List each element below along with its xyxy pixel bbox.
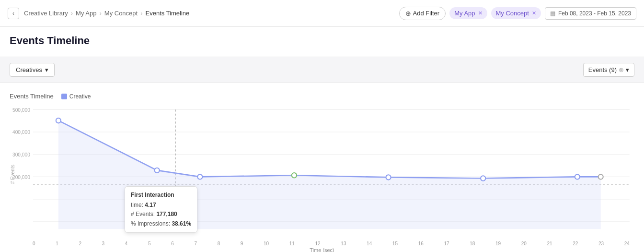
chart-area: Events Timeline Creative 500,000 400,000…: [0, 83, 644, 252]
data-point-6[interactable]: [197, 174, 202, 179]
filter-bar: Creatives ▾ Events (9) ⊗ ▾: [0, 57, 644, 83]
chart-legend: Events Timeline Creative: [10, 93, 634, 100]
filter-tag-my-concept-label: My Concept: [496, 10, 529, 17]
tooltip: First Interaction time: 4.17 # Events: 1…: [125, 186, 197, 233]
events-filter[interactable]: Events (9) ⊗ ▾: [583, 63, 634, 77]
breadcrumb-sep-3: ›: [140, 10, 142, 17]
add-filter-label: Add Filter: [413, 10, 440, 17]
top-right-controls: ⊕ Add Filter My App ✕ My Concept ✕ ▦ Feb…: [399, 7, 636, 20]
data-point-18[interactable]: [481, 176, 485, 180]
events-filter-remove[interactable]: ⊗: [619, 66, 624, 73]
events-chevron-icon: ▾: [626, 66, 629, 73]
filter-tag-my-app-remove[interactable]: ✕: [478, 10, 483, 16]
x-axis-title: Time (sec): [10, 247, 634, 252]
data-point-22[interactable]: [575, 174, 580, 179]
breadcrumb-current: Events Timeline: [146, 10, 190, 17]
chevron-down-icon: ▾: [45, 66, 48, 73]
date-range-value: Feb 08, 2023 - Feb 15, 2023: [558, 10, 631, 17]
tooltip-events-row: # Events: 177,180: [131, 210, 191, 219]
events-label: Events (9): [588, 66, 617, 73]
data-point-23[interactable]: [598, 174, 603, 179]
plus-icon: ⊕: [405, 10, 411, 17]
tooltip-time-value: 4.17: [145, 202, 156, 208]
creatives-label: Creatives: [16, 66, 42, 73]
filter-tag-my-app: My App ✕: [449, 7, 487, 19]
breadcrumb-sep-1: ›: [71, 10, 73, 17]
page-title: Events Timeline: [10, 35, 634, 47]
svg-text:400,000: 400,000: [12, 130, 30, 135]
filter-tag-my-concept-remove[interactable]: ✕: [532, 10, 536, 16]
data-point-4[interactable]: [155, 168, 160, 173]
top-bar: ‹ Creative Library › My App › My Concept…: [0, 0, 644, 27]
legend-label-creative: Creative: [69, 93, 91, 100]
legend-item-creative: Creative: [61, 93, 91, 100]
page-header: Events Timeline: [0, 27, 644, 57]
x-axis-labels: 0 1 2 3 4 5 6 7 8 9 10 11 12 13 14 15 16…: [10, 241, 634, 246]
tooltip-impressions-value: 38.61%: [172, 220, 191, 227]
calendar-icon: ▦: [550, 10, 555, 17]
svg-text:300,000: 300,000: [12, 152, 30, 157]
tooltip-impressions-row: % Impressions: 38.61%: [131, 219, 191, 228]
data-point-10[interactable]: [292, 173, 297, 178]
tooltip-events-value: 177,180: [156, 211, 177, 217]
date-range[interactable]: ▦ Feb 08, 2023 - Feb 15, 2023: [545, 7, 636, 20]
chart-svg: 500,000 400,000 300,000 200,000 # Events: [10, 105, 634, 239]
svg-text:500,000: 500,000: [12, 107, 30, 112]
data-point-0[interactable]: [56, 118, 61, 123]
breadcrumb-my-app[interactable]: My App: [76, 10, 96, 17]
breadcrumb: ‹ Creative Library › My App › My Concept…: [8, 8, 189, 19]
chart-title: Events Timeline: [10, 93, 54, 100]
breadcrumb-sep-2: ›: [99, 10, 101, 17]
filter-tag-my-app-label: My App: [454, 10, 475, 17]
tooltip-time-row: time: 4.17: [131, 201, 191, 210]
back-button[interactable]: ‹: [8, 8, 19, 19]
tooltip-time-label: time:: [131, 202, 143, 208]
svg-text:# Events: # Events: [10, 165, 15, 184]
creatives-dropdown[interactable]: Creatives ▾: [10, 63, 55, 77]
legend-dot-creative: [61, 94, 67, 99]
filter-tag-my-concept: My Concept ✕: [491, 7, 541, 19]
data-point-14[interactable]: [386, 175, 391, 180]
add-filter-button[interactable]: ⊕ Add Filter: [399, 7, 446, 20]
breadcrumb-creative-library[interactable]: Creative Library: [24, 10, 68, 17]
chart-wrapper: 500,000 400,000 300,000 200,000 # Events: [10, 105, 634, 239]
tooltip-events-label: # Events:: [131, 211, 155, 217]
breadcrumb-my-concept[interactable]: My Concept: [104, 10, 138, 17]
tooltip-title: First Interaction: [131, 191, 191, 200]
tooltip-impressions-label: % Impressions:: [131, 220, 170, 227]
